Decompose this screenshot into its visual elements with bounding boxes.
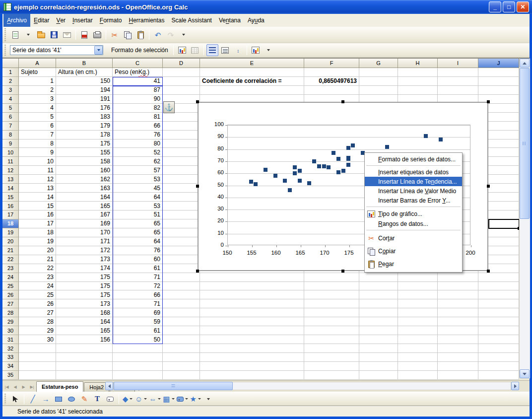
cell-B6[interactable]: 183 (56, 113, 113, 122)
cell-C9[interactable]: 80 (113, 140, 163, 148)
cell-A14[interactable]: 13 (19, 184, 56, 193)
cell-D3[interactable] (163, 86, 200, 95)
cell-A25[interactable]: 24 (19, 282, 56, 291)
cell-A33[interactable] (19, 353, 56, 362)
data-point[interactable] (273, 174, 277, 178)
data-point[interactable] (293, 165, 297, 169)
cell-D2[interactable] (163, 77, 200, 86)
row-header-27[interactable]: 27 (2, 299, 19, 308)
cell-A34[interactable] (19, 362, 56, 371)
cell-E29[interactable] (200, 317, 304, 326)
cell-A11[interactable]: 10 (19, 157, 56, 166)
data-point[interactable] (249, 180, 253, 184)
cell-C17[interactable]: 51 (113, 210, 163, 219)
cell-J2[interactable] (478, 77, 519, 86)
cell-H2[interactable] (398, 77, 438, 86)
cell-D32[interactable] (163, 344, 200, 353)
cell-F31[interactable] (304, 335, 359, 344)
cell-A2[interactable]: 1 (19, 77, 56, 86)
cell-E1[interactable] (200, 68, 304, 77)
cell-B9[interactable]: 175 (56, 140, 113, 148)
cell-G3[interactable] (359, 86, 398, 95)
cell-I31[interactable] (438, 335, 478, 344)
cell-D25[interactable] (163, 282, 200, 291)
data-point[interactable] (424, 134, 428, 138)
cell-B12[interactable]: 160 (56, 166, 113, 175)
menu-formato[interactable]: Formato (96, 14, 126, 27)
cell-J25[interactable] (478, 282, 519, 291)
cell-B18[interactable]: 169 (56, 219, 113, 228)
column-header-F[interactable]: F (304, 59, 359, 68)
selection-handle[interactable] (196, 185, 199, 188)
cell-F27[interactable] (304, 299, 359, 308)
cell-A23[interactable]: 22 (19, 264, 56, 273)
paste-icon[interactable] (134, 29, 146, 41)
cell-D8[interactable] (163, 131, 200, 140)
freeform-line-icon[interactable]: ✎ (78, 393, 90, 405)
cell-C34[interactable] (113, 362, 163, 371)
row-header-13[interactable]: 13 (2, 175, 19, 184)
cell-F33[interactable] (304, 353, 359, 362)
row-header-17[interactable]: 17 (2, 210, 19, 219)
new-document-icon[interactable] (9, 29, 21, 41)
cell-C15[interactable]: 64 (113, 193, 163, 202)
cell-D21[interactable] (163, 246, 200, 255)
cell-F26[interactable] (304, 290, 359, 299)
column-header-G[interactable]: G (359, 59, 398, 68)
cell-A15[interactable]: 14 (19, 193, 56, 202)
cell-C30[interactable]: 61 (113, 326, 163, 335)
cell-J35[interactable] (478, 371, 519, 380)
column-header-B[interactable]: B (56, 59, 113, 68)
next-sheet-icon[interactable]: ▶ (20, 383, 27, 391)
cell-I3[interactable] (438, 86, 478, 95)
cell-H35[interactable] (398, 371, 438, 380)
cell-C28[interactable]: 69 (113, 308, 163, 317)
column-header-E[interactable]: E (200, 59, 304, 68)
cell-C18[interactable]: 65 (113, 219, 163, 228)
cell-F24[interactable] (304, 273, 359, 282)
cell-D23[interactable] (163, 264, 200, 273)
cell-B32[interactable] (56, 344, 113, 353)
cell-J34[interactable] (478, 362, 519, 371)
cell-C35[interactable] (113, 371, 163, 380)
cell-C29[interactable]: 59 (113, 317, 163, 326)
legend-icon[interactable] (219, 44, 231, 56)
selection-handle[interactable] (196, 270, 199, 273)
menu-editar[interactable]: Editar (30, 14, 53, 27)
row-header-3[interactable]: 3 (2, 86, 19, 95)
cell-J32[interactable] (478, 344, 519, 353)
first-sheet-icon[interactable]: |◀ (3, 383, 10, 391)
cell-B23[interactable]: 174 (56, 264, 113, 273)
cell-D10[interactable] (163, 148, 200, 157)
cell-A31[interactable]: 30 (19, 335, 56, 344)
cell-J1[interactable] (478, 68, 519, 77)
cell-C24[interactable]: 71 (113, 273, 163, 282)
cell-J31[interactable] (478, 335, 519, 344)
cell-D12[interactable] (163, 166, 200, 175)
row-header-23[interactable]: 23 (2, 264, 19, 273)
menu-item-insertar-barras-de-error-y[interactable]: Insertar Barras de Error Y... (365, 196, 462, 205)
row-header-32[interactable]: 32 (2, 344, 19, 353)
format-selection-button[interactable]: Formato de selección (108, 47, 171, 54)
cell-C14[interactable]: 45 (113, 184, 163, 193)
cell-J33[interactable] (478, 353, 519, 362)
cell-C33[interactable] (113, 353, 163, 362)
stars-icon[interactable]: ★ (190, 393, 201, 405)
arrow-icon[interactable]: → (40, 393, 52, 405)
cell-G34[interactable] (359, 362, 398, 371)
cell-A7[interactable]: 6 (19, 122, 56, 131)
cell-I32[interactable] (438, 344, 478, 353)
cell-A6[interactable]: 5 (19, 113, 56, 122)
scroll-right-icon[interactable] (511, 382, 519, 390)
cell-A18[interactable]: 17 (19, 219, 56, 228)
row-header-30[interactable]: 30 (2, 326, 19, 335)
cell-A30[interactable]: 29 (19, 326, 56, 335)
row-header-24[interactable]: 24 (2, 273, 19, 282)
row-header-7[interactable]: 7 (2, 122, 19, 131)
menu-item-formato-de-series-de-datos[interactable]: Formato de series de datos... (365, 154, 462, 164)
cell-C25[interactable]: 72 (113, 282, 163, 291)
cell-D33[interactable] (163, 353, 200, 362)
cell-C4[interactable]: 90 (113, 95, 163, 104)
cell-G30[interactable] (359, 326, 398, 335)
cell-J30[interactable] (478, 326, 519, 335)
